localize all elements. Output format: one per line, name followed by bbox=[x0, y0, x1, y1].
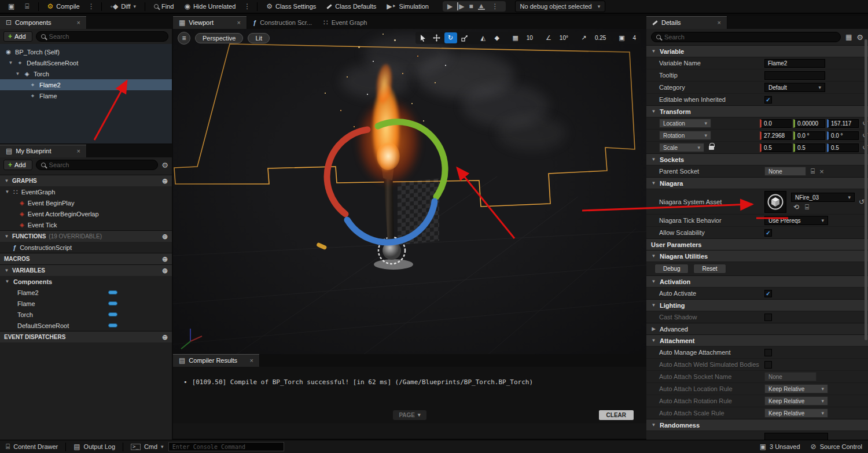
rotate-tool-button[interactable]: ↻ bbox=[444, 32, 457, 43]
eject-button[interactable]: ▲ bbox=[478, 3, 485, 10]
lighting-category-header[interactable]: ▼ Lighting bbox=[646, 299, 868, 311]
macros-section-header[interactable]: MACROS ⊕ bbox=[0, 253, 172, 264]
diff-button[interactable]: ◦◆ Diff ▾ bbox=[106, 2, 141, 11]
close-icon[interactable]: × bbox=[77, 19, 80, 26]
parent-socket-field[interactable]: None bbox=[764, 167, 806, 176]
add-blueprint-item-button[interactable]: + Add bbox=[3, 160, 32, 170]
variable-visibility-pill[interactable] bbox=[108, 301, 117, 305]
randomness-field[interactable] bbox=[764, 433, 828, 440]
editable-when-inherited-checkbox[interactable]: ✓ bbox=[764, 96, 772, 104]
variable-flame2[interactable]: Flame2 bbox=[0, 287, 172, 298]
add-component-button[interactable]: + Add bbox=[3, 31, 32, 42]
variable-flame[interactable]: Flame bbox=[0, 298, 172, 309]
scale-tool-button[interactable] bbox=[458, 32, 471, 43]
caret-down-icon[interactable]: ▼ bbox=[8, 60, 13, 65]
transform-category-header[interactable]: ▼ Transform bbox=[646, 105, 868, 117]
rotation-dropdown[interactable]: Rotation ▾ bbox=[659, 131, 711, 140]
graphs-section-header[interactable]: ▼ GRAPHS ⊕ bbox=[0, 175, 172, 186]
rotation-y-field[interactable]: 0.0 ° bbox=[793, 131, 825, 140]
close-icon[interactable]: × bbox=[250, 357, 253, 364]
rotation-rule-dropdown[interactable]: Keep Relative ▾ bbox=[764, 396, 828, 406]
variable-visibility-pill[interactable] bbox=[108, 323, 117, 327]
niagara-asset-thumbnail[interactable] bbox=[764, 191, 786, 213]
location-rule-dropdown[interactable]: Keep Relative ▾ bbox=[764, 384, 828, 393]
gear-icon[interactable]: ⚙ bbox=[161, 161, 168, 170]
rotation-z-field[interactable]: 0.0 ° bbox=[827, 131, 859, 140]
activation-category-header[interactable]: ▼ Activation bbox=[646, 275, 868, 287]
coordinate-space-button[interactable]: ◭ bbox=[477, 32, 490, 43]
grid-snap-value[interactable]: 10 bbox=[523, 32, 536, 43]
tree-item-defaultsceneroot[interactable]: ▼ ⌖ DefaultSceneRoot bbox=[0, 57, 172, 68]
reset-button[interactable]: Reset bbox=[693, 264, 726, 274]
socket-picker-icon[interactable]: ⌸ bbox=[811, 168, 815, 175]
rotation-gizmo-z-arc[interactable] bbox=[347, 201, 435, 242]
add-macro-button[interactable]: ⊕ bbox=[162, 255, 168, 263]
details-search[interactable] bbox=[651, 32, 841, 42]
scale-rule-dropdown[interactable]: Keep Relative ▾ bbox=[764, 408, 828, 418]
niagara-category-header[interactable]: ▼ Niagara bbox=[646, 177, 868, 189]
tab-event-graph[interactable]: ∷ Event Graph bbox=[318, 16, 373, 29]
add-graph-button[interactable]: ⊕ bbox=[162, 177, 168, 185]
tree-item-torch[interactable]: ▼ ◈ Torch bbox=[0, 68, 172, 79]
display-options-icon[interactable]: ▦ bbox=[845, 34, 852, 40]
close-icon[interactable]: × bbox=[718, 19, 721, 26]
source-control-button[interactable]: ⊘ Source Control bbox=[811, 443, 862, 450]
details-scrollbar[interactable] bbox=[865, 39, 867, 340]
tree-item-flame2[interactable]: ⌖ Flame2 bbox=[0, 79, 172, 90]
my-blueprint-search-input[interactable] bbox=[49, 161, 153, 168]
clear-button[interactable]: CLEAR bbox=[599, 410, 634, 420]
browse-asset-button[interactable]: ⌸ bbox=[20, 2, 34, 11]
location-x-field[interactable]: 0.0 bbox=[760, 119, 792, 128]
caret-down-icon[interactable]: ▼ bbox=[5, 279, 10, 284]
caret-down-icon[interactable]: ▼ bbox=[15, 71, 20, 76]
rotation-snap-toggle[interactable]: ∠ bbox=[542, 32, 555, 43]
camera-speed-value[interactable]: 4 bbox=[629, 32, 639, 43]
tab-viewport[interactable]: ▦ Viewport × bbox=[173, 16, 247, 29]
event-dispatchers-section-header[interactable]: EVENT DISPATCHERS ⊕ bbox=[0, 331, 172, 342]
play-button[interactable]: ▶ bbox=[447, 2, 453, 10]
compile-options-button[interactable]: ⋮ bbox=[86, 2, 97, 10]
gear-icon[interactable]: ⚙ bbox=[856, 33, 863, 42]
event-beginplay-item[interactable]: ◈ Event BeginPlay bbox=[0, 197, 172, 208]
add-function-button[interactable]: ⊕ bbox=[162, 233, 168, 241]
advanced-category-header[interactable]: ▶ Advanced bbox=[646, 323, 868, 334]
hide-unrelated-options-button[interactable]: ⋮ bbox=[241, 2, 253, 10]
tab-compiler-results[interactable]: ▤ Compiler Results × bbox=[173, 354, 260, 367]
allow-scalability-checkbox[interactable]: ✓ bbox=[764, 229, 772, 237]
scale-x-field[interactable]: 0.5 bbox=[760, 143, 792, 152]
close-icon[interactable]: × bbox=[77, 148, 80, 154]
niagara-utilities-header[interactable]: ▼ Niagara Utilities bbox=[646, 250, 868, 262]
surface-snap-button[interactable]: ◆ bbox=[491, 32, 503, 43]
components-search[interactable] bbox=[36, 31, 168, 42]
variables-components-group[interactable]: ▼ Components bbox=[0, 276, 172, 287]
viewport-3d[interactable]: ≡ Perspective Lit ↻ ◭ ◆ ▦ 10 ∠ bbox=[173, 29, 646, 354]
class-defaults-button[interactable]: Class Defaults bbox=[322, 2, 381, 11]
tooltip-input[interactable] bbox=[768, 72, 822, 79]
scale-y-field[interactable]: 0.5 bbox=[793, 143, 825, 152]
category-dropdown[interactable]: Default ▾ bbox=[764, 83, 825, 92]
components-search-input[interactable] bbox=[49, 33, 163, 40]
perspective-button[interactable]: Perspective bbox=[195, 33, 243, 43]
variable-name-field[interactable] bbox=[764, 59, 825, 68]
scale-z-field[interactable]: 0.5 bbox=[827, 143, 859, 152]
location-z-field[interactable]: 157.117 bbox=[827, 119, 859, 128]
tab-details[interactable]: Details × bbox=[646, 16, 727, 29]
my-blueprint-search[interactable] bbox=[36, 160, 159, 170]
play-options-button[interactable]: ⋮ bbox=[490, 2, 501, 10]
add-variable-button[interactable]: ⊕ bbox=[162, 267, 168, 275]
move-tool-button[interactable] bbox=[431, 32, 443, 43]
console-command-box[interactable] bbox=[168, 442, 284, 451]
use-selected-asset-icon[interactable]: ⟲ bbox=[793, 204, 799, 211]
niagara-asset-dropdown[interactable]: NFire_03 ▾ bbox=[791, 193, 855, 202]
variable-name-input[interactable] bbox=[768, 60, 822, 67]
scale-snap-value[interactable]: 0.25 bbox=[591, 32, 609, 43]
select-tool-button[interactable] bbox=[417, 32, 429, 43]
auto-attach-weld-checkbox[interactable]: ✓ bbox=[764, 361, 772, 369]
debug-button[interactable]: Debug bbox=[654, 264, 689, 274]
browse-to-asset-icon[interactable]: ⌸ bbox=[805, 204, 809, 211]
unsaved-button[interactable]: ▣ 3 Unsaved bbox=[760, 443, 800, 450]
compiler-message-row[interactable]: • [0109.50] Compile of BP_Torch successf… bbox=[183, 378, 533, 386]
variable-category-header[interactable]: ▼ Variable bbox=[646, 45, 868, 57]
auto-attach-socket-name-field[interactable]: None bbox=[764, 372, 816, 381]
cmd-dropdown[interactable]: >_ Cmd ▾ bbox=[131, 443, 164, 450]
